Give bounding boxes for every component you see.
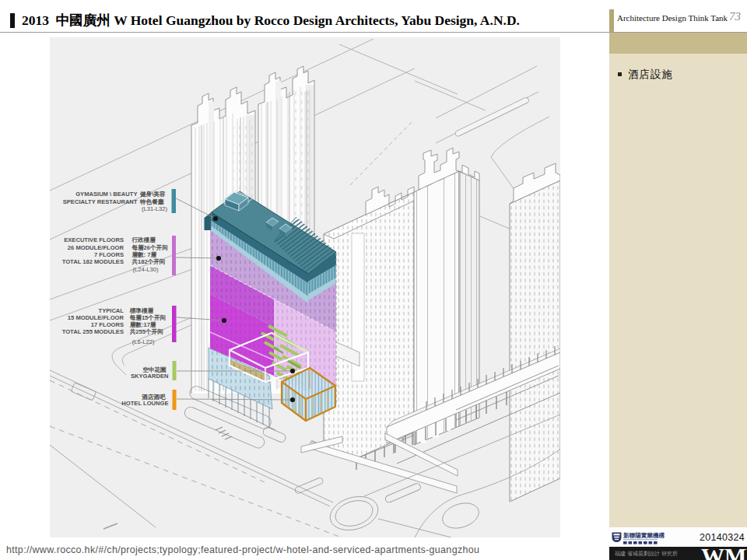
svg-text:TOTAL 182 MODULES: TOTAL 182 MODULES <box>62 258 124 265</box>
svg-text:26 MODULE/FLOOR: 26 MODULE/FLOOR <box>68 244 124 251</box>
svg-text:15 MODULE/FLOOR: 15 MODULE/FLOOR <box>68 314 124 321</box>
svg-text:(L24-L30): (L24-L30) <box>133 266 159 273</box>
svg-text:新聯陽實業機構: 新聯陽實業機構 <box>622 532 665 539</box>
svg-text:健身\美容: 健身\美容 <box>139 191 166 198</box>
svg-text:TOTAL 255 MODULES: TOTAL 255 MODULES <box>62 328 124 335</box>
svg-text:(L6-L22): (L6-L22) <box>132 338 155 345</box>
svg-text:GYMASIUM \ BEAUTY: GYMASIUM \ BEAUTY <box>75 191 137 198</box>
svg-text:HOTEL LOUNGE: HOTEL LOUNGE <box>121 400 168 407</box>
svg-text:每層15个开间: 每層15个开间 <box>129 314 166 321</box>
svg-text:每層26个开间: 每層26个开间 <box>131 244 167 251</box>
svg-text:17 FLOORS: 17 FLOORS <box>91 321 124 328</box>
svg-text:EXECUTIVE FLOORS: EXECUTIVE FLOORS <box>64 236 124 243</box>
svg-text:層數:17層: 層數:17層 <box>129 321 156 328</box>
svg-text:7 FLOORS: 7 FLOORS <box>94 251 124 258</box>
svg-text:共255个开间: 共255个开间 <box>129 328 163 335</box>
svg-text:共182个开间: 共182个开间 <box>131 258 165 265</box>
svg-text:SKYGARDEN: SKYGARDEN <box>131 373 169 380</box>
svg-text:特色餐廳: 特色餐廳 <box>139 198 164 205</box>
svg-text:層數: 7層: 層數: 7層 <box>131 251 156 258</box>
svg-text:SPECIALTY RESTAURANT: SPECIALTY RESTAURANT <box>63 198 138 205</box>
svg-text:(L31-L32): (L31-L32) <box>142 205 167 212</box>
svg-text:行政樓層: 行政樓層 <box>131 236 156 243</box>
